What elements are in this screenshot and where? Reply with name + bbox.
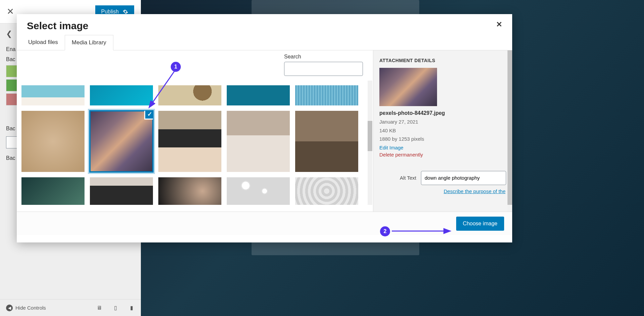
media-thumb[interactable] xyxy=(90,85,153,105)
attachment-dimensions: 1880 by 1253 pixels xyxy=(379,135,506,143)
media-thumb[interactable] xyxy=(158,111,221,172)
media-thumb[interactable] xyxy=(295,177,358,205)
annotation-badge: 1 xyxy=(171,62,181,72)
gear-icon xyxy=(123,9,128,14)
tablet-icon[interactable]: ▯ xyxy=(112,305,119,311)
mobile-icon[interactable]: ▮ xyxy=(128,305,135,311)
tab-media-library[interactable]: Media Library xyxy=(65,35,113,50)
hide-controls-label: Hide Controls xyxy=(15,305,46,311)
media-thumb-selected[interactable]: ✓ xyxy=(90,111,153,172)
preset-thumb[interactable] xyxy=(6,65,18,77)
collapse-icon: ◀ xyxy=(6,305,13,311)
device-preview-toggles: 🖥 ▯ ▮ xyxy=(96,305,135,311)
tab-upload-files[interactable]: Upload files xyxy=(21,35,65,50)
details-heading: ATTACHMENT DETAILS xyxy=(379,58,506,63)
annotation-step-2: 2 xyxy=(380,226,390,236)
modal-footer: Choose image xyxy=(17,212,512,235)
edit-image-link[interactable]: Edit Image xyxy=(379,145,506,150)
alt-text-label: Alt Text xyxy=(379,175,416,181)
scrollbar-thumb[interactable] xyxy=(507,50,512,205)
media-thumb[interactable] xyxy=(21,111,85,172)
close-icon[interactable]: ✕ xyxy=(496,20,502,29)
media-thumb[interactable] xyxy=(227,111,290,172)
media-thumb[interactable] xyxy=(295,111,358,172)
close-customizer-button[interactable]: ✕ xyxy=(7,6,14,17)
back-arrow-icon[interactable]: ❮ xyxy=(6,30,12,38)
search-wrap: Search xyxy=(284,54,363,76)
annotation-badge: 2 xyxy=(380,226,390,236)
attachment-date: January 27, 2021 xyxy=(379,118,506,126)
attachment-details-sidebar: ATTACHMENT DETAILS pexels-photo-844297.j… xyxy=(373,50,512,212)
media-modal: Select image ✕ Upload files Media Librar… xyxy=(17,14,512,242)
modal-title: Select image xyxy=(27,20,88,32)
alt-text-input[interactable] xyxy=(421,171,506,185)
media-thumb[interactable] xyxy=(90,177,153,205)
grid-scrollbar[interactable] xyxy=(368,81,372,205)
choose-image-button[interactable]: Choose image xyxy=(456,217,504,231)
media-thumb[interactable] xyxy=(227,177,290,205)
annotation-step-1: 1 xyxy=(171,62,181,72)
attachment-preview xyxy=(379,68,437,106)
sidebar-scrollbar[interactable] xyxy=(507,50,512,212)
desktop-icon[interactable]: 🖥 xyxy=(96,305,103,311)
preset-thumb[interactable] xyxy=(6,79,18,91)
modal-header: Select image ✕ xyxy=(17,14,512,35)
media-grid-area: Search ✓ xyxy=(17,50,373,212)
search-label: Search xyxy=(284,54,363,60)
media-grid: ✓ xyxy=(21,85,368,205)
scrollbar-thumb[interactable] xyxy=(368,121,372,151)
publish-label: Publish xyxy=(101,9,119,15)
check-icon: ✓ xyxy=(144,111,153,120)
media-thumb[interactable] xyxy=(158,177,221,205)
preset-thumb[interactable] xyxy=(6,93,18,105)
modal-tabs: Upload files Media Library xyxy=(17,35,512,50)
attachment-filename: pexels-photo-844297.jpeg xyxy=(379,110,506,116)
media-thumb[interactable] xyxy=(295,85,358,105)
media-thumb[interactable] xyxy=(158,85,221,105)
media-thumb[interactable] xyxy=(227,85,290,105)
search-input[interactable] xyxy=(284,62,363,76)
hide-controls-button[interactable]: ◀ Hide Controls xyxy=(6,305,46,311)
media-thumb[interactable] xyxy=(21,85,85,105)
modal-body: Search ✓ xyxy=(17,50,512,212)
media-thumb[interactable] xyxy=(21,177,85,205)
attachment-size: 140 KB xyxy=(379,126,506,135)
delete-permanently-link[interactable]: Delete permanently xyxy=(379,152,506,157)
alt-text-row: Alt Text xyxy=(379,171,506,185)
customizer-footer: ◀ Hide Controls 🖥 ▯ ▮ xyxy=(0,299,141,316)
describe-purpose-link[interactable]: Describe the purpose of the xyxy=(379,188,505,194)
